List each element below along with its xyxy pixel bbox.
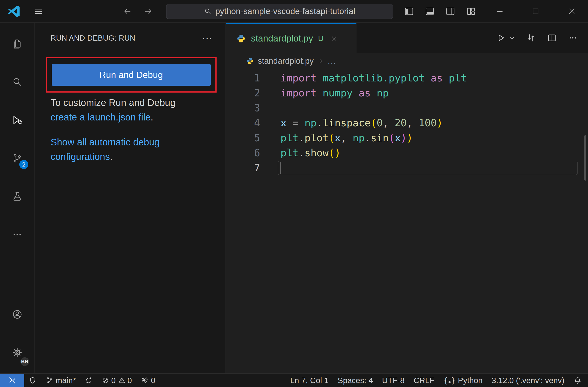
indentation-indicator[interactable]: Spaces: 4	[333, 374, 378, 387]
code-line[interactable]: 3	[226, 101, 588, 115]
tab-close-button[interactable]	[330, 35, 338, 42]
maximize-button[interactable]	[531, 6, 541, 16]
ports-indicator[interactable]: 0	[136, 374, 160, 387]
search-icon	[12, 76, 23, 87]
customize-suffix: .	[150, 112, 153, 123]
forward-arrow-icon	[143, 6, 153, 16]
line-number: 6	[226, 145, 260, 160]
chevron-down-icon	[509, 35, 515, 41]
sidebar-title: RUN AND DEBUG: RUN	[51, 34, 135, 43]
cursor-position-indicator[interactable]: Ln 7, Col 1	[286, 374, 333, 387]
activity-account[interactable]	[0, 295, 34, 333]
menu-button[interactable]	[34, 6, 43, 16]
run-play-icon	[497, 33, 506, 43]
code-area[interactable]: 1import matplotlib.pyplot as plt2import …	[226, 69, 588, 373]
remote-indicator[interactable]	[0, 374, 24, 387]
toggle-sidebar-icon	[404, 6, 414, 16]
activity-source-control[interactable]: 2	[0, 139, 34, 177]
eol-indicator[interactable]: CRLF	[409, 374, 439, 387]
braces-icon: {}	[443, 376, 456, 385]
line-number: 7	[226, 160, 260, 175]
customize-layout-icon	[466, 6, 476, 16]
editor-more-actions-button[interactable]	[568, 33, 578, 43]
code-line[interactable]: 1import matplotlib.pyplot as plt	[226, 70, 588, 86]
forward-button[interactable]	[143, 6, 153, 16]
branch-name: main*	[56, 376, 76, 385]
editor-area: standardplot.py U	[226, 23, 588, 373]
line-number: 1	[226, 70, 260, 86]
python-file-icon	[236, 34, 246, 43]
encoding-indicator[interactable]: UTF-8	[378, 374, 409, 387]
show-suffix: .	[110, 151, 113, 162]
run-and-debug-sidebar: RUN AND DEBUG: RUN ⋯ Run and Debug To cu…	[35, 23, 225, 373]
warning-icon	[118, 377, 126, 384]
error-icon	[102, 377, 109, 384]
customize-layout-button[interactable]	[466, 6, 476, 16]
breadcrumb-file[interactable]: standardplot.py	[258, 56, 314, 66]
close-icon	[567, 6, 577, 16]
cursor-position: Ln 7, Col 1	[290, 376, 329, 385]
activity-settings[interactable]: BR	[0, 333, 34, 372]
error-count: 0	[111, 376, 115, 385]
breadcrumb-more[interactable]: ...	[328, 56, 336, 66]
open-changes-icon	[526, 33, 536, 43]
customize-text: To customize Run and Debug create a laun…	[51, 95, 214, 125]
shield-icon	[29, 377, 37, 384]
breadcrumb[interactable]: standardplot.py ...	[226, 53, 588, 69]
search-value: python-sample-vscode-fastapi-tutorial	[215, 7, 355, 16]
line-number: 5	[226, 130, 260, 145]
toggle-sidebar-button[interactable]	[404, 6, 414, 16]
code-line[interactable]: 4x = np.linspace(0, 20, 100)	[226, 115, 588, 130]
code-line[interactable]: 5plt.plot(x, np.sin(x))	[226, 130, 588, 145]
git-branch-indicator[interactable]: main*	[41, 374, 80, 387]
tab-label: standardplot.py	[251, 33, 313, 43]
close-icon	[330, 35, 338, 42]
split-editor-button[interactable]	[547, 33, 557, 43]
launch-json-link[interactable]: create a launch.json file	[51, 112, 150, 123]
close-button[interactable]	[567, 6, 577, 16]
activity-testing[interactable]	[0, 177, 34, 215]
open-changes-button[interactable]	[526, 33, 536, 43]
code-line[interactable]: 2import numpy as np	[226, 86, 588, 101]
code-line[interactable]: 7	[226, 160, 588, 175]
maximize-icon	[531, 6, 541, 16]
radio-tower-icon	[141, 377, 148, 384]
activity-explorer[interactable]	[0, 25, 34, 63]
tab-bar: standardplot.py U	[226, 23, 588, 53]
back-arrow-icon	[123, 6, 132, 16]
sidebar-more-actions[interactable]: ⋯	[202, 35, 213, 42]
bell-icon	[573, 376, 582, 385]
problems-indicator[interactable]: 0 0	[97, 374, 136, 387]
activity-more[interactable]	[0, 215, 34, 253]
workspace-trust-button[interactable]	[24, 374, 41, 387]
more-ellipsis-icon	[12, 229, 23, 240]
run-and-debug-button[interactable]: Run and Debug	[52, 64, 211, 86]
show-configurations-link-line1[interactable]: Show all automatic debug	[51, 137, 160, 148]
python-interpreter-indicator[interactable]: 3.12.0 ('.venv': venv)	[487, 374, 569, 387]
language-mode-indicator[interactable]: {} Python	[439, 374, 487, 387]
menu-icon	[34, 6, 43, 16]
code-line[interactable]: 6plt.show()	[226, 145, 588, 160]
scrollbar-thumb[interactable]	[584, 135, 586, 181]
ports-count: 0	[151, 376, 155, 385]
sync-icon	[85, 377, 92, 384]
run-and-debug-icon	[12, 114, 23, 126]
more-ellipsis-icon	[568, 33, 578, 43]
activity-run-and-debug[interactable]	[0, 101, 34, 139]
run-python-file-button[interactable]	[497, 33, 515, 43]
minimize-button[interactable]	[495, 6, 505, 16]
activity-search[interactable]	[0, 63, 34, 101]
back-button[interactable]	[123, 6, 132, 16]
line-number: 2	[226, 86, 260, 101]
source-control-badge: 2	[19, 160, 28, 169]
tab-standardplot[interactable]: standardplot.py U	[226, 23, 357, 53]
encoding: UTF-8	[382, 376, 404, 385]
notifications-button[interactable]	[569, 374, 588, 387]
toggle-secondary-sidebar-button[interactable]	[445, 6, 455, 16]
current-line-highlight	[278, 161, 578, 175]
sync-changes-button[interactable]	[80, 374, 97, 387]
code-text: import numpy as np	[280, 86, 389, 101]
command-center-search[interactable]: python-sample-vscode-fastapi-tutorial	[166, 4, 393, 19]
show-configurations-link-line2[interactable]: configurations	[51, 151, 110, 162]
toggle-panel-button[interactable]	[425, 6, 435, 16]
